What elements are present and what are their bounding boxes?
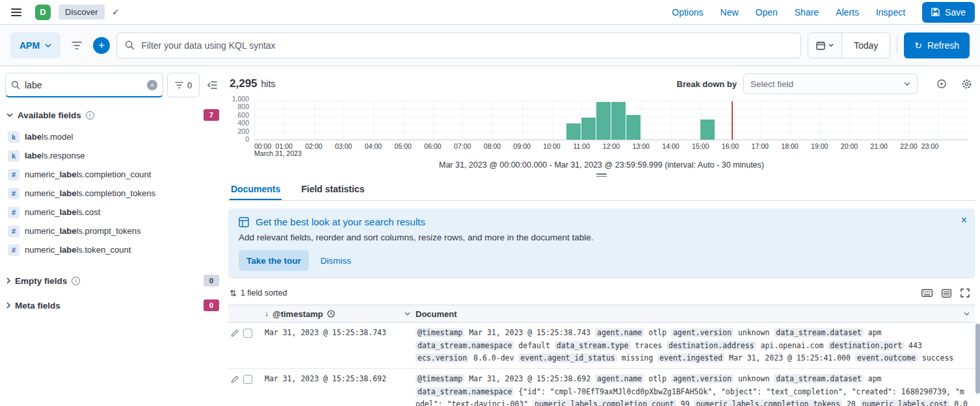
fields-sidebar: × 0 Available fields i 7 klabels.mo	[0, 66, 224, 406]
close-icon[interactable]: ×	[961, 215, 967, 225]
refresh-button[interactable]: ↻ Refresh	[904, 32, 970, 58]
select-row-checkbox[interactable]	[243, 329, 252, 338]
histogram-bar[interactable]	[596, 102, 611, 140]
query-bar[interactable]	[116, 32, 801, 58]
field-type-filter-button[interactable]: 0	[167, 73, 200, 97]
y-tick-label: 200	[237, 127, 249, 135]
field-key-chip: agent.version	[671, 374, 734, 383]
vertical-scrollbar[interactable]	[975, 324, 980, 394]
chart-options-gear-icon[interactable]	[958, 75, 975, 92]
dismiss-button[interactable]: Dismiss	[321, 256, 351, 266]
edit-row-icon[interactable]	[231, 375, 239, 383]
nav-link-alerts[interactable]: Alerts	[836, 7, 859, 18]
calendar-button[interactable]	[808, 33, 842, 58]
space-avatar[interactable]: D	[35, 5, 51, 20]
clear-search-icon[interactable]: ×	[147, 80, 157, 90]
field-key-chip: event.ingested	[657, 353, 724, 362]
field-item[interactable]: #numeric_labels.token_count	[5, 240, 220, 259]
meta-fields-header[interactable]: Meta fields 0	[5, 296, 220, 315]
nav-link-share[interactable]: Share	[795, 7, 819, 18]
nav-link-options[interactable]: Options	[672, 7, 703, 18]
sort-fields-icon[interactable]: ⇅	[230, 288, 237, 298]
chart-resize-handle[interactable]	[596, 173, 607, 177]
display-options-icon[interactable]	[942, 289, 951, 298]
take-tour-button[interactable]: Take the tour	[239, 250, 309, 271]
field-item[interactable]: #numeric_labels.prompt_tokens	[5, 222, 220, 240]
histogram-bar[interactable]	[611, 102, 626, 140]
x-tick-label: 09:00	[514, 142, 531, 150]
save-button[interactable]: Save	[922, 2, 975, 23]
nav-link-inspect[interactable]: Inspect	[876, 7, 905, 18]
field-key-chip: agent.name	[595, 328, 644, 337]
tab-documents[interactable]: Documents	[230, 178, 282, 200]
info-icon: i	[72, 277, 80, 285]
chevron-down-icon	[904, 82, 910, 86]
v-gridline	[790, 101, 791, 140]
edit-row-icon[interactable]	[231, 329, 239, 337]
x-tick-label: 01:00	[276, 142, 293, 150]
field-value: Mar 31, 2023 @ 15:25:41.000	[729, 353, 851, 362]
field-search-box[interactable]: ×	[5, 73, 163, 97]
chevron-down-icon	[828, 44, 834, 47]
available-fields-header[interactable]: Available fields i 7	[5, 105, 220, 125]
field-key-chip: data_stream.namespace	[416, 387, 514, 396]
tab-field-statistics[interactable]: Field statistics	[300, 178, 365, 200]
field-item[interactable]: #numeric_labels.completion_tokens	[5, 184, 220, 203]
x-tick-label: 04:00	[365, 142, 382, 150]
x-tick-label: 11:00	[574, 142, 590, 150]
keyboard-shortcuts-icon[interactable]	[921, 289, 933, 297]
nav-link-new[interactable]: New	[721, 7, 739, 18]
histogram-bar[interactable]	[626, 115, 641, 140]
search-icon	[125, 40, 135, 50]
current-time-marker	[732, 101, 733, 140]
nav-link-open[interactable]: Open	[756, 7, 778, 18]
kql-query-input[interactable]	[141, 40, 793, 51]
chevron-down-icon[interactable]	[964, 312, 970, 316]
field-name: numeric_labels.completion_tokens	[25, 188, 155, 198]
header-document-cell[interactable]: Document	[416, 309, 975, 319]
field-item[interactable]: klabels.response	[5, 146, 220, 165]
breakdown-select[interactable]: Select field	[743, 73, 918, 94]
field-key-chip: agent.version	[671, 328, 734, 337]
field-item[interactable]: #numeric_labels.cost	[5, 203, 220, 222]
document-cell: @timestamp Mar 31, 2023 @ 15:25:38.743 a…	[416, 327, 975, 365]
callout-title: Get the best look at your search results	[256, 216, 425, 227]
hits-row: 2,295 hits Break down by Select field	[228, 73, 975, 95]
date-picker-group: Today	[808, 32, 890, 58]
date-range-button[interactable]: Today	[842, 33, 890, 58]
number-field-icon: #	[8, 225, 20, 237]
field-name: numeric_labels.cost	[25, 207, 100, 217]
add-filter-button[interactable]: +	[93, 37, 110, 54]
data-view-picker[interactable]: APM	[10, 32, 60, 58]
menu-hamburger-icon[interactable]	[5, 3, 27, 22]
field-value: 8.6.0-dev	[473, 353, 514, 362]
v-gridline	[909, 101, 910, 140]
table-row[interactable]: Mar 31, 2023 @ 15:25:38.692@timestamp Ma…	[228, 369, 975, 406]
chevron-down-icon[interactable]	[404, 312, 410, 316]
field-value: 20	[847, 400, 856, 406]
collapse-sidebar-icon[interactable]	[204, 76, 220, 94]
field-item[interactable]: #numeric_labels.completion_count	[5, 165, 220, 184]
section-label: Empty fields	[15, 276, 67, 286]
filter-icon[interactable]	[67, 36, 86, 55]
histogram-bar[interactable]	[566, 123, 581, 140]
histogram-bar[interactable]	[581, 118, 596, 140]
edit-visualization-icon[interactable]	[933, 75, 950, 92]
v-gridline	[849, 101, 850, 140]
number-field-icon: #	[8, 244, 20, 256]
x-tick-label: 00:00	[254, 142, 271, 150]
v-gridline	[938, 101, 939, 140]
select-row-checkbox[interactable]	[243, 375, 252, 384]
breadcrumb[interactable]: Discover	[59, 5, 105, 19]
fullscreen-icon[interactable]	[960, 288, 970, 298]
empty-fields-header[interactable]: Empty fields i 0	[5, 271, 220, 290]
field-search-input[interactable]	[25, 80, 142, 90]
header-timestamp-cell[interactable]: ↓ @timestamp	[265, 309, 416, 319]
table-row[interactable]: Mar 31, 2023 @ 15:25:38.743@timestamp Ma…	[228, 323, 975, 369]
field-item[interactable]: klabels.model	[5, 127, 220, 146]
sorted-fields-label[interactable]: 1 field sorted	[241, 288, 287, 298]
number-field-icon: #	[8, 207, 20, 218]
field-name: labels.response	[25, 151, 85, 160]
x-tick-label: 02:00	[305, 142, 322, 150]
histogram-bar[interactable]	[700, 120, 715, 140]
